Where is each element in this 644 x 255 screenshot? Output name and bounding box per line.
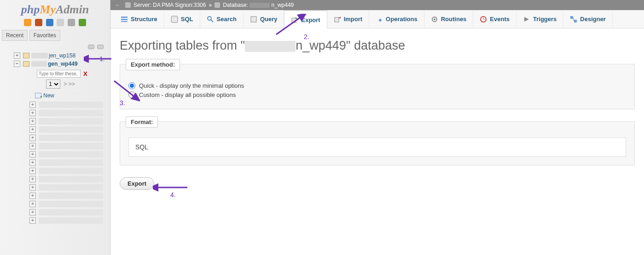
db-name-redacted xyxy=(31,53,48,58)
export-button[interactable]: Export xyxy=(120,177,154,190)
format-select[interactable]: SQL xyxy=(128,137,626,157)
table-row[interactable]: + xyxy=(29,175,110,183)
table-row[interactable]: + xyxy=(29,208,110,216)
sql-window-icon[interactable] xyxy=(57,19,64,26)
expand-toggle-icon[interactable]: + xyxy=(29,193,36,199)
database-node[interactable]: + jen_wp158 xyxy=(11,51,110,60)
server-icon xyxy=(125,2,131,8)
settings-icon[interactable] xyxy=(68,19,75,26)
expand-toggle-icon[interactable]: + xyxy=(29,209,36,215)
svg-rect-14 xyxy=(570,16,573,19)
export-icon xyxy=(291,16,298,23)
home-icon[interactable] xyxy=(24,19,31,26)
expand-toggle-icon[interactable]: + xyxy=(29,135,36,141)
sql-icon xyxy=(171,16,178,23)
expand-toggle-icon[interactable]: + xyxy=(29,217,36,224)
format-group: Format: SQL xyxy=(120,121,635,165)
query-icon xyxy=(250,16,257,23)
sidebar-quick-icons xyxy=(0,17,110,29)
tab-query[interactable]: Query xyxy=(244,10,284,28)
recent-tab[interactable]: Recent xyxy=(2,30,28,41)
database-icon xyxy=(23,53,29,58)
radio-custom[interactable] xyxy=(128,91,135,98)
expand-toggle-icon[interactable]: + xyxy=(29,118,36,125)
tab-sql[interactable]: SQL xyxy=(164,10,200,28)
tab-routines[interactable]: Routines xyxy=(424,10,474,28)
back-arrow-icon[interactable]: ← xyxy=(115,2,121,8)
page-title-prefix: Exporting tables from " xyxy=(120,39,245,52)
main-content: Exporting tables from "n_wp449" database… xyxy=(110,28,644,255)
tab-structure[interactable]: Structure xyxy=(114,10,164,28)
svg-rect-0 xyxy=(121,17,128,18)
expand-toggle-icon[interactable]: + xyxy=(29,110,36,116)
svg-rect-8 xyxy=(335,17,339,22)
expand-toggle-icon[interactable]: + xyxy=(29,201,36,207)
favorites-tab[interactable]: Favorites xyxy=(29,30,60,41)
tab-search[interactable]: Search xyxy=(200,10,244,28)
table-row[interactable]: + xyxy=(29,183,110,192)
table-row[interactable]: + xyxy=(29,150,110,159)
page-select[interactable]: 1 xyxy=(46,79,60,89)
tab-operations[interactable]: Operations xyxy=(369,10,424,28)
expand-toggle-icon[interactable]: + xyxy=(29,126,36,133)
export-method-custom[interactable]: Custom - display all possible options xyxy=(128,91,626,98)
radio-quick[interactable] xyxy=(128,82,135,89)
tab-label: Structure xyxy=(131,16,157,23)
table-name-redacted xyxy=(39,168,103,174)
expand-toggle-icon[interactable]: + xyxy=(14,52,20,59)
filter-clear-button[interactable]: X xyxy=(83,70,87,77)
docs-icon[interactable] xyxy=(46,19,53,26)
table-row[interactable]: + xyxy=(29,192,110,200)
export-method-quick[interactable]: Quick - display only the minimal options xyxy=(128,82,626,89)
table-row[interactable]: + xyxy=(29,125,110,134)
tab-designer[interactable]: Designer xyxy=(563,10,613,28)
expand-toggle-icon[interactable]: + xyxy=(29,143,36,149)
tab-events[interactable]: Events xyxy=(473,10,516,28)
new-table-link[interactable]: New xyxy=(11,91,110,101)
tab-triggers[interactable]: Triggers xyxy=(516,10,563,28)
expand-toggle-icon[interactable]: + xyxy=(29,184,36,191)
breadcrumb-server-prefix: Server: xyxy=(133,2,153,8)
page-next-buttons[interactable]: > >> xyxy=(64,81,75,87)
navigation-sidebar: phpMyAdmin Recent Favorites + jen_wp158 … xyxy=(0,0,110,255)
breadcrumb-database[interactable]: Database: n_wp449 xyxy=(223,2,294,8)
table-row[interactable]: + xyxy=(29,109,110,117)
tab-import[interactable]: Import xyxy=(327,10,369,28)
link-icon[interactable] xyxy=(97,45,104,49)
expand-toggle-icon[interactable]: + xyxy=(29,159,36,166)
table-row[interactable]: + xyxy=(29,142,110,150)
collapse-all-icon[interactable] xyxy=(88,45,94,49)
table-pagination: 1 > >> xyxy=(11,79,110,89)
svg-rect-2 xyxy=(121,21,128,22)
table-row[interactable]: + xyxy=(29,159,110,167)
reload-icon[interactable] xyxy=(79,19,86,26)
table-row[interactable]: + xyxy=(29,167,110,175)
new-table-icon xyxy=(35,93,41,98)
tab-export[interactable]: Export xyxy=(284,10,327,28)
filter-input[interactable] xyxy=(37,70,81,78)
breadcrumb-server-name: DA PMA Signon:3306 xyxy=(153,2,206,8)
table-row[interactable]: + xyxy=(29,216,110,225)
search-icon xyxy=(207,16,214,23)
expand-toggle-icon[interactable]: + xyxy=(29,102,36,108)
tab-label: Designer xyxy=(580,16,606,23)
expand-toggle-icon[interactable]: + xyxy=(29,168,36,174)
db-name-redacted xyxy=(31,61,47,67)
table-filter: X xyxy=(37,70,110,78)
trigger-icon xyxy=(523,16,530,23)
table-row[interactable]: + xyxy=(29,134,110,142)
database-node-selected[interactable]: − gen_wp449 xyxy=(11,60,110,68)
table-name-redacted xyxy=(39,159,103,166)
collapse-toggle-icon[interactable]: − xyxy=(14,61,20,67)
svg-line-5 xyxy=(211,20,213,22)
top-tabs: Structure SQL Search Query Export Import… xyxy=(110,10,644,28)
table-row[interactable]: + xyxy=(29,117,110,125)
breadcrumb-server[interactable]: Server: DA PMA Signon:3306 xyxy=(133,2,206,8)
expand-toggle-icon[interactable]: + xyxy=(29,176,36,182)
expand-toggle-icon[interactable]: + xyxy=(29,151,36,158)
table-row[interactable]: + xyxy=(29,200,110,208)
page-title-suffix: n_wp449" database xyxy=(296,39,405,52)
table-row[interactable]: + xyxy=(29,101,110,109)
logout-icon[interactable] xyxy=(35,19,42,26)
svg-rect-15 xyxy=(574,20,577,23)
